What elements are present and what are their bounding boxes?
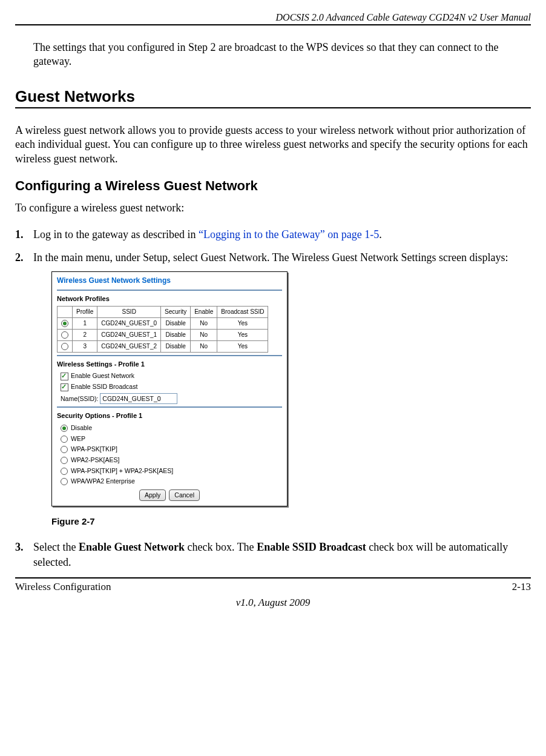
header-rule (15, 24, 531, 25)
sec-label-enterprise: WPA/WPA2 Enterprise (71, 477, 135, 485)
step-3-bold1: Enable Guest Network (79, 541, 185, 553)
login-link[interactable]: “Logging in to the Gateway” on page 1-5 (199, 228, 379, 240)
sec-radio-disable[interactable] (61, 425, 68, 432)
enable-ssid-checkbox[interactable] (61, 383, 68, 391)
cell-security: Disable (161, 340, 191, 352)
footer-page-number: 2-13 (512, 581, 531, 593)
running-header: DOCSIS 2.0 Advanced Cable Gateway CGD24N… (15, 12, 531, 23)
col-ssid: SSID (97, 306, 161, 317)
step-1-text-post: . (379, 228, 382, 240)
sec-radio-wpa-psk[interactable] (61, 446, 68, 453)
cell-enable: No (191, 340, 217, 352)
step-2-text: In the main menu, under Setup, select Gu… (33, 251, 508, 264)
screenshot-separator (57, 290, 282, 291)
col-broadcast: Broadcast SSID (217, 306, 268, 317)
subsection-lead: To configure a wireless guest network: (15, 201, 531, 215)
sec-radio-wpa2-psk[interactable] (61, 457, 68, 464)
sec-radio-wep[interactable] (61, 436, 68, 443)
steps-list: Log in to the gateway as described in “L… (15, 227, 531, 570)
network-profiles-table: Profile SSID Security Enable Broadcast S… (57, 306, 268, 353)
subsection-heading-configure: Configuring a Wireless Guest Network (15, 178, 531, 194)
col-select (58, 306, 73, 317)
apply-button[interactable]: Apply (139, 489, 166, 501)
sec-label-wpa-psk: WPA-PSK[TKIP] (71, 445, 117, 453)
cell-security: Disable (161, 329, 191, 340)
cell-bcast: Yes (217, 329, 268, 340)
step-1: Log in to the gateway as described in “L… (15, 227, 531, 242)
section-heading-guest-networks: Guest Networks (15, 87, 531, 106)
intro-paragraph: The settings that you configured in Step… (33, 41, 531, 69)
cell-enable: No (191, 329, 217, 340)
col-security: Security (161, 306, 191, 317)
section-rule (15, 107, 531, 108)
step-3-bold2: Enable SSID Broadcast (257, 541, 366, 553)
cell-profile: 2 (73, 329, 97, 340)
table-header-row: Profile SSID Security Enable Broadcast S… (58, 306, 268, 317)
footer-rule (15, 577, 531, 579)
cell-bcast: Yes (217, 340, 268, 352)
network-profiles-heading: Network Profiles (57, 294, 282, 303)
wireless-settings-heading: Wireless Settings - Profile 1 (57, 360, 282, 369)
footer-left: Wireless Configuration (15, 581, 111, 593)
sec-label-wpa-mix: WPA-PSK[TKIP] + WPA2-PSK[AES] (71, 467, 173, 474)
cell-ssid: CGD24N_GUEST_2 (97, 340, 161, 352)
table-row[interactable]: 2 CGD24N_GUEST_1 Disable No Yes (58, 329, 268, 340)
sec-radio-wpa-mix[interactable] (61, 468, 68, 475)
name-ssid-label: Name(SSID): (61, 395, 98, 402)
step-3-mid: check box. The (185, 541, 257, 553)
name-ssid-input[interactable]: CGD24N_GUEST_0 (100, 393, 177, 405)
cell-enable: No (191, 317, 217, 329)
profile-radio-2[interactable] (61, 331, 68, 339)
sec-label-disable: Disable (71, 424, 92, 431)
enable-ssid-label: Enable SSID Broadcast (71, 383, 137, 390)
profile-radio-1[interactable] (61, 320, 68, 327)
step-3-pre: Select the (33, 541, 79, 553)
screenshot-title: Wireless Guest Network Settings (57, 276, 282, 286)
cell-security: Disable (161, 317, 191, 329)
security-options-heading: Security Options - Profile 1 (57, 411, 282, 420)
figure-caption: Figure 2-7 (51, 515, 531, 528)
enable-guest-checkbox[interactable] (61, 373, 68, 380)
col-enable: Enable (191, 306, 217, 317)
sec-label-wpa2-psk: WPA2-PSK[AES] (71, 456, 119, 463)
sec-label-wep: WEP (71, 435, 85, 442)
section-description: A wireless guest network allows you to p… (15, 124, 531, 166)
screenshot-separator (57, 355, 282, 356)
cell-ssid: CGD24N_GUEST_0 (97, 317, 161, 329)
cell-bcast: Yes (217, 317, 268, 329)
col-profile: Profile (73, 306, 97, 317)
footer-version: v1.0, August 2009 (15, 597, 531, 609)
screenshot-separator (57, 406, 282, 408)
table-row[interactable]: 3 CGD24N_GUEST_2 Disable No Yes (58, 340, 268, 352)
cancel-button[interactable]: Cancel (169, 489, 200, 501)
screenshot-panel: Wireless Guest Network Settings Network … (51, 271, 288, 506)
table-row[interactable]: 1 CGD24N_GUEST_0 Disable No Yes (58, 317, 268, 329)
cell-ssid: CGD24N_GUEST_1 (97, 329, 161, 340)
step-2: In the main menu, under Setup, select Gu… (15, 250, 531, 528)
enable-guest-label: Enable Guest Network (71, 372, 134, 379)
step-1-text-pre: Log in to the gateway as described in (33, 228, 199, 240)
sec-radio-enterprise[interactable] (61, 478, 68, 485)
profile-radio-3[interactable] (61, 343, 68, 350)
cell-profile: 1 (73, 317, 97, 329)
step-3: Select the Enable Guest Network check bo… (15, 540, 531, 570)
cell-profile: 3 (73, 340, 97, 352)
